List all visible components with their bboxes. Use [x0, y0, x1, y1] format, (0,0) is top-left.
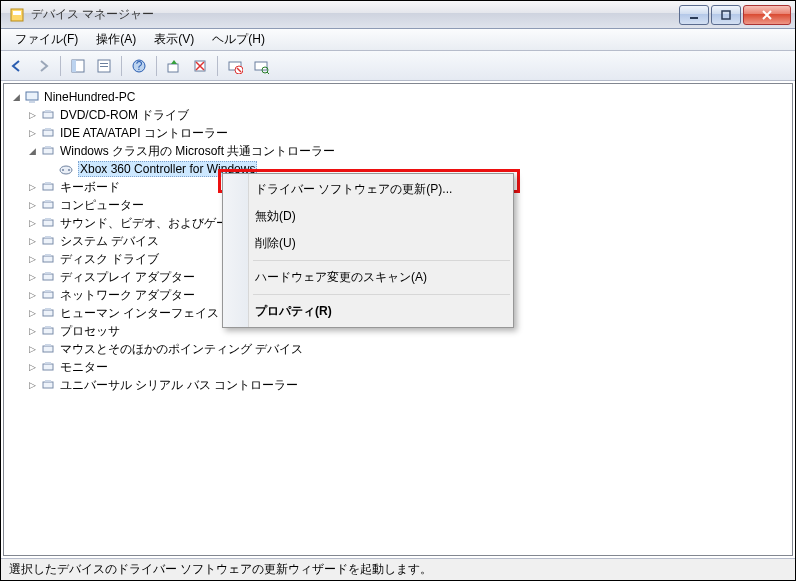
minimize-button[interactable] [679, 5, 709, 25]
expander-closed-icon[interactable]: ▷ [26, 271, 38, 283]
tree-node-label: プロセッサ [60, 323, 120, 340]
expander-closed-icon[interactable]: ▷ [26, 325, 38, 337]
tree-node-label: ユニバーサル シリアル バス コントローラー [60, 377, 298, 394]
device-category-icon [40, 125, 56, 141]
menu-view[interactable]: 表示(V) [146, 29, 202, 50]
svg-rect-19 [43, 112, 53, 118]
device-category-icon [40, 197, 56, 213]
forward-button[interactable] [31, 54, 55, 78]
expander-closed-icon[interactable]: ▷ [26, 253, 38, 265]
device-category-icon [40, 287, 56, 303]
svg-rect-2 [690, 17, 698, 19]
device-category-icon [40, 323, 56, 339]
properties-button[interactable] [92, 54, 116, 78]
tree-node-label: ディスプレイ アダプター [60, 269, 195, 286]
expander-closed-icon[interactable]: ▷ [26, 181, 38, 193]
tree-node[interactable]: ▷ IDE ATA/ATAPI コントローラー [10, 124, 792, 142]
update-driver-button[interactable] [162, 54, 186, 78]
device-category-icon [40, 179, 56, 195]
context-menu-separator [253, 294, 510, 295]
close-button[interactable] [743, 5, 791, 25]
tree-node-label: IDE ATA/ATAPI コントローラー [60, 125, 228, 142]
scan-hardware-button[interactable] [249, 54, 273, 78]
svg-rect-37 [45, 254, 51, 256]
expander-closed-icon[interactable]: ▷ [26, 343, 38, 355]
menu-action[interactable]: 操作(A) [88, 29, 144, 50]
tree-node[interactable]: ◢ Windows クラス用の Microsoft 共通コントローラー [10, 142, 792, 160]
svg-rect-32 [43, 220, 53, 226]
tree-node-label: キーボード [60, 179, 120, 196]
tree-node[interactable]: ▷ モニター [10, 358, 792, 376]
expander-open-icon[interactable]: ◢ [10, 91, 22, 103]
toolbar: ? [1, 51, 795, 81]
expander-closed-icon[interactable]: ▷ [26, 289, 38, 301]
tree-node-label: コンピューター [60, 197, 144, 214]
context-menu-uninstall[interactable]: 削除(U) [225, 230, 511, 257]
window-buttons [679, 5, 791, 25]
toolbar-separator [121, 56, 122, 76]
svg-rect-33 [45, 218, 51, 220]
tree-node[interactable]: ▷ DVD/CD-ROM ドライブ [10, 106, 792, 124]
statusbar-text: 選択したデバイスのドライバー ソフトウェアの更新ウィザードを起動します。 [9, 561, 432, 578]
svg-rect-15 [255, 62, 267, 70]
device-tree-panel[interactable]: ◢ NineHundred-PC ▷ DVD/CD-ROM ドライブ ▷ IDE… [3, 83, 793, 556]
context-menu-separator [253, 260, 510, 261]
help-button[interactable]: ? [127, 54, 151, 78]
svg-rect-35 [45, 236, 51, 238]
svg-rect-38 [43, 274, 53, 280]
device-category-icon [40, 377, 56, 393]
svg-point-27 [68, 169, 70, 171]
svg-rect-49 [45, 362, 51, 364]
expander-closed-icon[interactable]: ▷ [26, 199, 38, 211]
expander-closed-icon[interactable]: ▷ [26, 127, 38, 139]
tree-node-label: DVD/CD-ROM ドライブ [60, 107, 189, 124]
tree-node-label: ネットワーク アダプター [60, 287, 195, 304]
svg-rect-51 [45, 380, 51, 382]
tree-node-label: モニター [60, 359, 108, 376]
svg-point-25 [60, 166, 72, 174]
menu-help[interactable]: ヘルプ(H) [204, 29, 273, 50]
tree-node-label: Windows クラス用の Microsoft 共通コントローラー [60, 143, 335, 160]
menu-file[interactable]: ファイル(F) [7, 29, 86, 50]
expander-closed-icon[interactable]: ▷ [26, 307, 38, 319]
expander-closed-icon[interactable]: ▷ [26, 235, 38, 247]
expander-closed-icon[interactable]: ▷ [26, 379, 38, 391]
context-menu-disable[interactable]: 無効(D) [225, 203, 511, 230]
toolbar-separator [217, 56, 218, 76]
svg-rect-30 [43, 202, 53, 208]
context-menu: ドライバー ソフトウェアの更新(P)... 無効(D) 削除(U) ハードウェア… [222, 173, 514, 328]
expander-closed-icon[interactable]: ▷ [26, 109, 38, 121]
svg-rect-24 [45, 146, 51, 148]
context-menu-update-driver[interactable]: ドライバー ソフトウェアの更新(P)... [225, 176, 511, 203]
expander-closed-icon[interactable]: ▷ [26, 361, 38, 373]
context-menu-properties[interactable]: プロパティ(R) [225, 298, 511, 325]
tree-node[interactable]: ▷ マウスとそのほかのポインティング デバイス [10, 340, 792, 358]
svg-rect-7 [100, 63, 108, 64]
tree-node-label: ディスク ドライブ [60, 251, 159, 268]
svg-rect-44 [43, 328, 53, 334]
tree-root[interactable]: ◢ NineHundred-PC [10, 88, 792, 106]
show-hide-tree-button[interactable] [66, 54, 90, 78]
device-category-icon [40, 215, 56, 231]
svg-rect-45 [45, 326, 51, 328]
uninstall-button[interactable] [188, 54, 212, 78]
context-menu-scan[interactable]: ハードウェア変更のスキャン(A) [225, 264, 511, 291]
device-category-icon [40, 341, 56, 357]
svg-rect-34 [43, 238, 53, 244]
disable-button[interactable] [223, 54, 247, 78]
svg-text:?: ? [136, 59, 143, 73]
expander-open-icon[interactable]: ◢ [26, 145, 38, 157]
toolbar-separator [156, 56, 157, 76]
menubar: ファイル(F) 操作(A) 表示(V) ヘルプ(H) [1, 29, 795, 51]
svg-rect-1 [13, 11, 21, 15]
tree-node-label: システム デバイス [60, 233, 159, 250]
svg-rect-36 [43, 256, 53, 262]
expander-closed-icon[interactable]: ▷ [26, 217, 38, 229]
back-button[interactable] [5, 54, 29, 78]
svg-rect-48 [43, 364, 53, 370]
tree-node[interactable]: ▷ ユニバーサル シリアル バス コントローラー [10, 376, 792, 394]
window-title: デバイス マネージャー [31, 6, 679, 23]
maximize-button[interactable] [711, 5, 741, 25]
svg-rect-43 [45, 308, 51, 310]
xbox-controller-icon [58, 161, 74, 177]
